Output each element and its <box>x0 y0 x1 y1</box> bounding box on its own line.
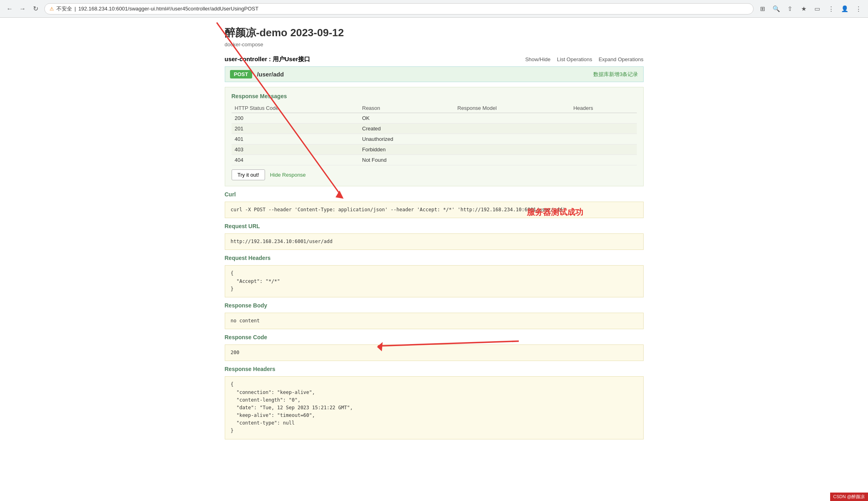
search-button[interactable]: 🔍 <box>771 3 782 14</box>
url-text: 不安全 <box>56 5 72 12</box>
response-model <box>454 144 570 155</box>
url-separator: | <box>75 6 76 12</box>
list-operations-link[interactable]: List Operations <box>557 56 592 62</box>
controller-name: user-controller <box>225 56 267 62</box>
response-messages-title: Response Messages <box>232 93 637 99</box>
app-title: 醉颜凉-demo 2023-09-12 <box>225 26 644 40</box>
more-button[interactable]: ⋮ <box>853 3 864 14</box>
response-body-section: Response Body no content <box>225 302 644 329</box>
response-body-title: Response Body <box>225 302 644 309</box>
col-model: Response Model <box>454 103 570 113</box>
refresh-button[interactable]: ↻ <box>30 3 41 14</box>
url-display: 192.168.234.10:6001/swagger-ui.html#!/us… <box>78 6 258 12</box>
col-reason: Reason <box>359 103 454 113</box>
table-row: 200 OK <box>232 113 637 124</box>
status-code: 404 <box>232 155 359 165</box>
reason: Created <box>359 124 454 134</box>
request-headers-title: Request Headers <box>225 255 644 261</box>
request-headers-section: Request Headers { "Accept": "*/*" } <box>225 255 644 297</box>
try-it-out-button[interactable]: Try it out! <box>232 169 265 180</box>
page-content: 醉颜凉-demo 2023-09-12 docker-compose user-… <box>213 18 656 452</box>
headers-cell <box>570 124 636 134</box>
table-row: 201 Created <box>232 124 637 134</box>
request-url-title: Request URL <box>225 223 644 229</box>
endpoint-left: POST /user/add <box>230 70 284 78</box>
method-badge: POST <box>230 70 252 78</box>
share-button[interactable]: ⇧ <box>784 3 795 14</box>
extensions-button[interactable]: ▭ <box>812 3 823 14</box>
table-row: 401 Unauthorized <box>232 134 637 144</box>
headers-cell <box>570 155 636 165</box>
request-url-section: Request URL http://192.168.234.10:6001/u… <box>225 223 644 250</box>
bookmark-button[interactable]: ★ <box>798 3 809 14</box>
controller-title: user-controller : 用户User接口 <box>225 56 311 63</box>
reason: Forbidden <box>359 144 454 155</box>
endpoint-note: 数据库新增3条记录 <box>593 71 638 78</box>
col-headers: Headers <box>570 103 636 113</box>
browser-actions: ⊞ 🔍 ⇧ ★ ▭ ⋮ 👤 ⋮ <box>757 3 864 14</box>
browser-chrome: ← → ↻ ⚠ 不安全 | 192.168.234.10:6001/swagge… <box>0 0 868 18</box>
response-code-title: Response Code <box>225 334 644 340</box>
response-model <box>454 113 570 124</box>
curl-code: curl -X POST --header 'Content-Type: app… <box>225 202 644 218</box>
address-bar[interactable]: ⚠ 不安全 | 192.168.234.10:6001/swagger-ui.h… <box>44 3 754 14</box>
status-code: 201 <box>232 124 359 134</box>
reason: Unauthorized <box>359 134 454 144</box>
response-headers-section: Response Headers { "connection": "keep-a… <box>225 366 644 439</box>
reason: Not Found <box>359 155 454 165</box>
response-model <box>454 134 570 144</box>
controller-separator: : <box>269 56 273 62</box>
headers-cell <box>570 134 636 144</box>
controller-desc: 用户User接口 <box>273 56 310 62</box>
menu-button[interactable]: ⋮ <box>825 3 837 14</box>
request-url-code: http://192.168.234.10:6001/user/add <box>225 233 644 250</box>
user-button[interactable]: 👤 <box>839 3 850 14</box>
response-headers-title: Response Headers <box>225 366 644 372</box>
response-headers-code: { "connection": "keep-alive", "content-l… <box>225 376 644 439</box>
headers-cell <box>570 144 636 155</box>
controller-actions: Show/Hide List Operations Expand Operati… <box>525 56 644 62</box>
status-code: 403 <box>232 144 359 155</box>
endpoint-row[interactable]: POST /user/add 数据库新增3条记录 <box>225 66 644 82</box>
page-wrapper: 醉颜凉-demo 2023-09-12 docker-compose user-… <box>0 18 868 452</box>
endpoint-path: /user/add <box>257 71 284 78</box>
translate-button[interactable]: ⊞ <box>757 3 768 14</box>
forward-button[interactable]: → <box>17 3 28 14</box>
request-headers-code: { "Accept": "*/*" } <box>225 265 644 297</box>
response-model <box>454 124 570 134</box>
app-subtitle: docker-compose <box>225 41 644 47</box>
controller-header: user-controller : 用户User接口 Show/Hide Lis… <box>225 56 644 63</box>
curl-title: Curl <box>225 191 644 198</box>
reason: OK <box>359 113 454 124</box>
hide-response-link[interactable]: Hide Response <box>270 172 306 178</box>
expand-operations-link[interactable]: Expand Operations <box>599 56 643 62</box>
response-model <box>454 155 570 165</box>
status-code: 200 <box>232 113 359 124</box>
col-status: HTTP Status Code <box>232 103 359 113</box>
table-row: 403 Forbidden <box>232 144 637 155</box>
response-code-value: 200 <box>225 344 644 361</box>
headers-cell <box>570 113 636 124</box>
response-messages-section: Response Messages HTTP Status Code Reaso… <box>225 87 644 186</box>
status-code: 401 <box>232 134 359 144</box>
response-code-section: Response Code 200 <box>225 334 644 361</box>
curl-section: Curl curl -X POST --header 'Content-Type… <box>225 191 644 218</box>
buttons-row: Try it out! Hide Response <box>232 169 637 180</box>
response-table: HTTP Status Code Reason Response Model H… <box>232 103 637 165</box>
security-icon: ⚠ <box>50 6 54 12</box>
show-hide-link[interactable]: Show/Hide <box>525 56 551 62</box>
nav-buttons: ← → ↻ <box>4 3 41 14</box>
table-row: 404 Not Found <box>232 155 637 165</box>
response-body-code: no content <box>225 313 644 329</box>
back-button[interactable]: ← <box>4 3 15 14</box>
